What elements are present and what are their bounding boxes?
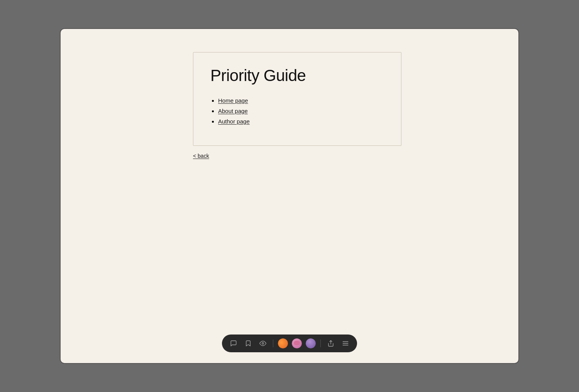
bottom-toolbar xyxy=(222,335,357,352)
guide-links-list: Home page About page Author page xyxy=(210,97,384,125)
guide-box: Priority Guide Home page About page Auth… xyxy=(193,52,401,146)
back-link[interactable]: < back xyxy=(193,153,209,159)
toolbar-divider-2 xyxy=(320,340,321,347)
avatar-orange[interactable] xyxy=(278,338,288,348)
about-page-link[interactable]: About page xyxy=(218,108,248,114)
author-page-link[interactable]: Author page xyxy=(218,118,250,125)
content-area: Priority Guide Home page About page Auth… xyxy=(170,52,409,159)
avatar-pink[interactable] xyxy=(292,338,302,348)
app-window: Priority Guide Home page About page Auth… xyxy=(60,28,519,364)
list-item: Author page xyxy=(218,118,384,125)
bookmark-icon[interactable] xyxy=(243,338,254,349)
toolbar-divider-1 xyxy=(273,340,273,347)
list-item: Home page xyxy=(218,97,384,104)
home-page-link[interactable]: Home page xyxy=(218,97,248,104)
avatar-purple[interactable] xyxy=(306,338,316,348)
comment-icon[interactable] xyxy=(228,338,239,349)
guide-title: Priority Guide xyxy=(210,66,384,85)
svg-point-0 xyxy=(262,343,264,345)
list-item: About page xyxy=(218,108,384,114)
main-content: Priority Guide Home page About page Auth… xyxy=(61,29,518,363)
menu-icon[interactable] xyxy=(340,338,351,349)
eye-icon[interactable] xyxy=(257,338,268,349)
share-icon[interactable] xyxy=(325,338,336,349)
